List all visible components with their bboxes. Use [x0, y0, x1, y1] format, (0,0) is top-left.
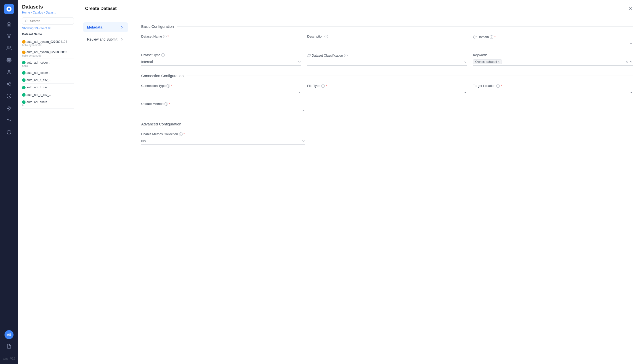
sidebar-item-users[interactable]	[4, 43, 14, 53]
section-divider	[177, 26, 633, 27]
connection-type-select[interactable]	[141, 89, 301, 96]
metrics-info-icon[interactable]: i	[179, 132, 183, 136]
form-row-metrics: Enable Metrics Collection i * No	[141, 132, 633, 145]
status-success-icon	[22, 71, 26, 75]
close-button[interactable]	[627, 5, 634, 12]
search-icon	[25, 19, 28, 23]
dataset-type-label: Dataset Type i	[141, 53, 301, 57]
list-item[interactable]: auto_api_dynam_0270804104 hello dynamodb	[22, 38, 74, 48]
required-indicator: *	[501, 84, 502, 88]
wizard-step-review[interactable]: Review and Submit	[83, 34, 128, 44]
form-group-description: Description i	[307, 35, 467, 47]
list-item[interactable]: auto_api_iceber...	[22, 69, 74, 76]
form-group-dataset-type: Dataset Type i Internal	[141, 53, 301, 66]
list-item[interactable]: auto_api_s3ath_... 6	[22, 98, 74, 109]
keywords-clear-button[interactable]: ×	[626, 60, 628, 64]
form-group-target-location: Target Location i *	[473, 84, 633, 96]
update-method-label: Update Method i *	[141, 102, 305, 106]
sidebar-item-person[interactable]	[4, 67, 14, 77]
svg-point-4	[10, 82, 11, 83]
metrics-select[interactable]: No	[141, 137, 305, 145]
update-method-info-icon[interactable]: i	[165, 102, 168, 106]
sidebar-item-dataflow[interactable]	[4, 79, 14, 89]
sidebar-bottom: AS cdap - V2.3	[3, 330, 15, 360]
target-location-select[interactable]	[473, 89, 633, 96]
keywords-label: Keywords	[473, 53, 633, 57]
basic-config-section-header: Basic Configuration	[141, 24, 633, 29]
search-input[interactable]	[30, 19, 71, 23]
advanced-config-section-header: Advanced Configuration	[141, 122, 633, 126]
avatar[interactable]: AS	[5, 330, 14, 339]
sync-icon	[307, 54, 311, 57]
wizard-step-metadata[interactable]: Metadata	[83, 22, 128, 32]
sidebar-item-lightning[interactable]	[4, 103, 14, 113]
classification-select[interactable]	[307, 59, 467, 66]
classification-info-icon[interactable]: i	[344, 54, 348, 57]
sidebar-item-filter[interactable]	[4, 31, 14, 41]
wizard-step-review-label: Review and Submit	[87, 37, 117, 41]
connection-type-info-icon[interactable]: i	[167, 84, 170, 88]
list-item[interactable]: auto_api_lf_csv_...	[22, 91, 74, 98]
sidebar-item-clock[interactable]	[4, 91, 14, 101]
form-area: Basic Configuration Dataset Name i *	[133, 17, 641, 364]
chevron-down-icon	[298, 91, 301, 94]
form-group-domain: Domain i *	[473, 35, 633, 47]
dataset-type-select[interactable]: Internal	[141, 58, 301, 66]
chevron-down-icon	[298, 60, 301, 64]
list-item[interactable]: auto_api_iceber... hello	[22, 59, 74, 69]
required-indicator: *	[168, 35, 169, 38]
logo-icon	[6, 6, 12, 12]
sidebar-item-docs[interactable]	[4, 341, 14, 351]
update-method-select[interactable]	[141, 107, 305, 114]
file-type-select[interactable]	[307, 89, 467, 96]
basic-config-title: Basic Configuration	[141, 24, 174, 29]
description-info-icon[interactable]: i	[325, 35, 328, 38]
dataset-list-header: Dataset Name	[22, 33, 74, 36]
list-item[interactable]: auto_api_dynam_0270836865 hello dynamodb	[22, 48, 74, 59]
svg-point-3	[8, 70, 10, 72]
domain-label: Domain i *	[473, 35, 633, 39]
form-row-update-method: Update Method i *	[141, 102, 633, 114]
connection-type-label: Connection Type i *	[141, 84, 301, 88]
metrics-label: Enable Metrics Collection i *	[141, 132, 305, 136]
dataset-name-input[interactable]	[141, 40, 301, 47]
keyword-tag: Owner: ashwani ×	[473, 59, 502, 64]
list-item[interactable]: auto_api_lf_csv_...	[22, 84, 74, 91]
svg-line-8	[8, 83, 10, 84]
app-logo[interactable]	[4, 4, 14, 14]
description-input[interactable]	[307, 40, 467, 47]
svg-point-1	[8, 46, 9, 48]
advanced-config-title: Advanced Configuration	[141, 122, 181, 126]
keyword-remove-button[interactable]: ×	[498, 60, 500, 64]
connection-config-section-header: Connection Configuration	[141, 74, 633, 78]
sidebar-item-waves[interactable]	[4, 115, 14, 125]
sidebar-item-settings[interactable]	[4, 55, 14, 65]
chevron-down-icon[interactable]	[629, 60, 633, 64]
create-dataset-dialog: Create Dataset Metadata Review and Submi…	[78, 0, 641, 364]
app-layout: AS cdap - V2.3 Datasets Home › Catalog ›…	[0, 0, 641, 364]
form-group-keywords: Keywords Owner: ashwani × ×	[473, 53, 633, 66]
status-warning-icon	[22, 51, 26, 54]
list-item[interactable]: auto_api_lf_csv_...	[22, 76, 74, 84]
svg-point-5	[7, 84, 9, 85]
required-indicator: *	[169, 102, 170, 106]
dataset-name-label: Dataset Name i *	[141, 35, 301, 38]
target-location-info-icon[interactable]: i	[496, 84, 500, 88]
sidebar-item-home[interactable]	[4, 19, 14, 29]
svg-line-12	[27, 22, 28, 22]
sidebar-item-box[interactable]	[4, 127, 14, 137]
dialog-header: Create Dataset	[78, 0, 641, 17]
dataset-name-info-icon[interactable]: i	[163, 35, 167, 38]
datasets-panel: Datasets Home › Catalog › Datas... Showi…	[18, 0, 78, 364]
required-indicator: *	[171, 84, 172, 88]
dataset-type-info-icon[interactable]: i	[161, 53, 165, 57]
file-type-info-icon[interactable]: i	[321, 84, 325, 88]
section-divider	[184, 124, 633, 124]
chevron-down-icon	[302, 139, 305, 143]
domain-info-icon[interactable]: i	[490, 35, 493, 39]
chevron-down-icon	[302, 109, 305, 112]
required-indicator: *	[494, 35, 496, 39]
domain-select[interactable]	[473, 40, 633, 47]
version-label: cdap - V2.3	[3, 355, 15, 360]
datasets-title: Datasets	[22, 4, 74, 10]
